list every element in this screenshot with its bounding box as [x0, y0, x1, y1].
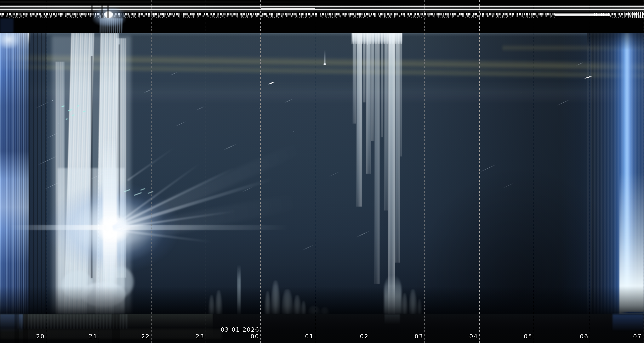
cloud-bump — [401, 293, 408, 314]
streak-ghost — [384, 314, 400, 325]
dawn-approach-glow — [560, 33, 591, 314]
axis-hour-label: 00 — [228, 333, 259, 340]
streak-foot-glow — [384, 275, 402, 314]
star-trail — [356, 230, 370, 238]
star-trail — [302, 244, 314, 251]
cloud-streak — [371, 33, 374, 141]
teal-glint — [124, 189, 130, 192]
cloud-curtain — [96, 33, 119, 314]
star-trail — [196, 106, 204, 111]
axis-hour-label: 07 — [611, 333, 642, 340]
axis-hour-label: 02 — [338, 333, 369, 340]
bar-noise — [610, 12, 644, 18]
aurora-leak — [0, 18, 14, 33]
star-trail — [503, 183, 514, 188]
moon-glare-streaks — [100, 18, 123, 33]
star-trail — [38, 156, 57, 165]
star-trail — [480, 164, 496, 172]
light-ray — [113, 178, 272, 229]
cloud-bump — [320, 307, 330, 314]
star-trail — [89, 170, 110, 180]
curtain-dark-slit — [91, 56, 92, 278]
teal-glint — [62, 105, 65, 107]
teal-glint — [72, 114, 75, 116]
dawn-band — [588, 33, 644, 314]
cloud-streak — [366, 33, 370, 174]
teal-glint — [68, 109, 72, 111]
teal-glint — [83, 110, 86, 112]
axis-hour-label: 06 — [558, 333, 588, 340]
curtain-fill — [58, 168, 125, 314]
dark-slit — [108, 5, 108, 18]
axis-hour-label: 05 — [502, 333, 532, 340]
star-trail — [175, 121, 186, 126]
star-trail — [44, 182, 60, 190]
aurora-cap — [0, 33, 19, 48]
cloud-streak — [357, 33, 362, 207]
dawn-top-fade — [588, 33, 644, 50]
star-trail — [47, 133, 58, 138]
cloud-curtain — [56, 62, 64, 314]
axis-hour-label: 01 — [283, 333, 314, 340]
glare-core — [95, 213, 131, 244]
flash-streak — [324, 50, 326, 65]
axis-hour-label: 21 — [67, 333, 98, 340]
star-trail — [35, 101, 50, 108]
light-ray — [111, 192, 304, 246]
light-ray — [113, 210, 236, 229]
cloud-wisp — [237, 265, 241, 314]
star-trail — [223, 143, 237, 151]
dawn-horizon-line — [620, 312, 644, 314]
cloud-wisp-core — [239, 270, 239, 314]
flash-head — [324, 63, 326, 65]
curtain-curl — [81, 282, 126, 307]
date-label: 03-01-2026 — [0, 326, 259, 333]
teal-glint — [134, 192, 142, 196]
axis-hour-label: 03 — [392, 333, 423, 340]
keogram: 03-01-2026 202122230001020304050607 — [0, 0, 644, 343]
star-trail — [557, 99, 570, 106]
cloud-bump — [301, 301, 306, 314]
dawn-underglow — [612, 314, 644, 332]
star-trail — [284, 98, 294, 103]
star-trail — [242, 187, 253, 192]
cloud-streak — [381, 33, 383, 137]
light-ray — [110, 140, 306, 237]
light-ray — [112, 167, 235, 228]
aurora-shade — [0, 33, 29, 314]
body-top-crest — [0, 33, 644, 37]
curtain-veil — [52, 36, 131, 314]
header-strip — [0, 0, 644, 33]
glare-halo — [46, 182, 181, 274]
light-ray — [112, 162, 201, 227]
axis-hour-label: 23 — [174, 333, 204, 340]
bright-meteor-streak — [268, 81, 275, 85]
axis-hour-label: 04 — [447, 333, 478, 340]
cloud-bump — [208, 295, 215, 314]
cloud-curtain — [116, 38, 126, 278]
white-line — [0, 6, 644, 6]
light-ray — [127, 147, 176, 181]
teal-glint — [148, 191, 154, 194]
cloud-bump — [408, 289, 417, 314]
airglow-band — [0, 62, 644, 80]
curtain-curl — [62, 270, 93, 299]
streak-crest — [352, 33, 402, 44]
light-ray — [113, 229, 213, 243]
cloud-bump — [281, 289, 294, 314]
vignette — [416, 168, 609, 314]
keogram-body — [0, 33, 644, 314]
star-trail — [143, 89, 152, 93]
teal-glint — [66, 118, 68, 120]
dark-slit — [91, 5, 92, 18]
cloud-streak — [353, 33, 356, 124]
tick-noise — [594, 13, 610, 16]
aurora-wisp — [28, 33, 30, 44]
cloud-streak — [375, 33, 380, 284]
star-trail — [329, 171, 340, 177]
axis-hour-label: 22 — [119, 333, 150, 340]
star-trail — [576, 62, 583, 66]
curtain-curl — [107, 267, 134, 298]
horizon-haze — [0, 81, 644, 104]
cloud-curtain — [64, 33, 94, 314]
